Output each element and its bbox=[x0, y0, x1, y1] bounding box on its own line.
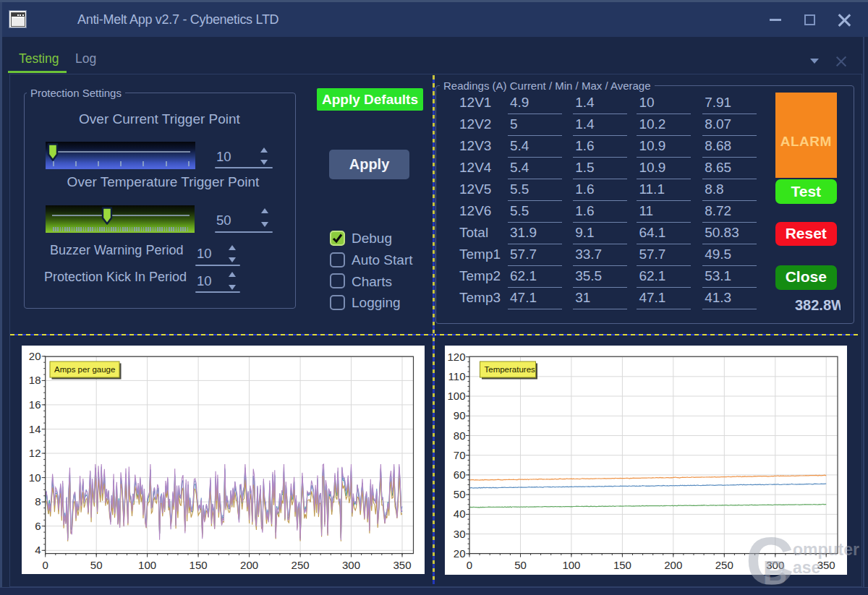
svg-text:10: 10 bbox=[28, 471, 41, 483]
svg-text:150: 150 bbox=[613, 558, 631, 570]
svg-text:250: 250 bbox=[291, 558, 309, 570]
svg-text:30: 30 bbox=[453, 527, 465, 539]
svg-text:20: 20 bbox=[28, 350, 41, 362]
svg-text:90: 90 bbox=[453, 409, 465, 421]
svg-text:110: 110 bbox=[448, 370, 465, 382]
svg-text:70: 70 bbox=[453, 448, 465, 461]
svg-text:4: 4 bbox=[35, 544, 41, 556]
svg-text:B: B bbox=[763, 553, 788, 591]
svg-text:200: 200 bbox=[664, 558, 682, 570]
svg-text:100: 100 bbox=[138, 558, 156, 570]
svg-text:40: 40 bbox=[453, 508, 465, 520]
svg-text:18: 18 bbox=[28, 374, 41, 386]
svg-text:350: 350 bbox=[393, 558, 411, 570]
svg-text:200: 200 bbox=[240, 558, 258, 570]
svg-text:Temperatures: Temperatures bbox=[484, 365, 535, 374]
svg-text:80: 80 bbox=[453, 429, 465, 441]
svg-text:50: 50 bbox=[453, 488, 465, 500]
svg-text:20: 20 bbox=[453, 547, 465, 560]
svg-text:16: 16 bbox=[28, 398, 41, 411]
svg-text:100: 100 bbox=[562, 558, 580, 570]
svg-text:150: 150 bbox=[189, 558, 207, 570]
svg-text:ase: ase bbox=[793, 558, 820, 577]
svg-text:50: 50 bbox=[514, 558, 527, 570]
svg-text:100: 100 bbox=[447, 390, 465, 402]
svg-text:8: 8 bbox=[35, 495, 41, 508]
svg-text:6: 6 bbox=[35, 519, 41, 531]
svg-text:12: 12 bbox=[28, 447, 41, 459]
svg-text:omputer: omputer bbox=[793, 540, 859, 559]
svg-text:0: 0 bbox=[42, 558, 48, 570]
svg-text:120: 120 bbox=[447, 350, 465, 362]
svg-text:60: 60 bbox=[453, 468, 465, 481]
svg-text:Amps per gauge: Amps per gauge bbox=[54, 365, 115, 374]
svg-text:250: 250 bbox=[715, 558, 733, 570]
svg-text:14: 14 bbox=[28, 422, 41, 435]
svg-text:50: 50 bbox=[90, 558, 102, 570]
svg-text:300: 300 bbox=[341, 558, 359, 570]
svg-text:0: 0 bbox=[466, 558, 472, 570]
